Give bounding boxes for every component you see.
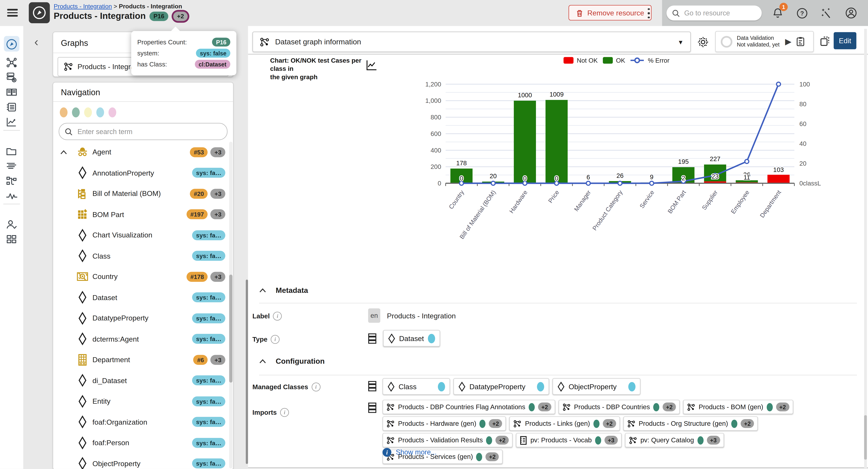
tree-item-icon [76,436,89,449]
legend-dot[interactable] [108,107,116,117]
chart-type-button[interactable] [365,59,379,72]
collapse-sidebar-button[interactable]: ‹ [31,34,42,50]
tree-item-di-dataset[interactable]: di_Datasetsys: fa… [53,370,229,391]
tree-item-entity[interactable]: Entitysys: fa… [53,391,229,412]
menu-icon[interactable] [7,9,18,17]
rail-folder-icon[interactable] [5,145,18,157]
graph-color-dot [731,419,737,428]
tree-badge: sys: fa… [192,251,225,261]
rail-book-icon[interactable] [5,86,18,98]
rail-pulse-icon[interactable] [5,189,18,201]
import-chip-products-bom-gen-[interactable]: Products - BOM (gen)+2 [683,400,793,414]
tree-badge: +3 [211,147,225,157]
svg-text:0: 0 [460,175,463,182]
rail-user-check-icon[interactable] [5,218,18,230]
tree-badge: sys: fa… [192,396,225,406]
tree-item-country[interactable]: Country#178+3 [53,267,229,287]
legend-dot[interactable] [84,107,92,117]
diamond-icon [78,436,87,449]
tree-item-dcterms-agent[interactable]: dcterms:Agentsys: fa… [53,329,229,349]
rail-compass-icon[interactable] [4,36,19,52]
kebab-menu-icon[interactable] [644,6,653,20]
copy-resource-button[interactable] [819,35,833,48]
legend-dot[interactable] [72,107,80,117]
main-scrollbar[interactable] [864,29,867,469]
info-icon[interactable]: i [271,335,280,344]
tree-item-bom-part[interactable]: BOM Part#197+3 [53,204,229,225]
metadata-scrollbar[interactable] [246,280,248,464]
svg-text:178: 178 [456,160,467,167]
tree-search-input[interactable] [76,127,211,136]
import-chip-pv-query-catalog[interactable]: pv: Query Catalog+3 [625,433,724,447]
import-chip-products-dbp-countries-flag-annotations[interactable]: Products - DBP Countries Flag Annotation… [382,400,555,414]
tree-item-annotationproperty[interactable]: AnnotationPropertysys: fa… [53,162,229,183]
rail-dashboard-icon[interactable] [5,233,18,245]
legend-item-not-ok[interactable]: Not OK [564,57,598,64]
main-scrollbar-thumb[interactable] [864,415,867,460]
tree-item-dataset[interactable]: Datasetsys: fa… [53,287,229,308]
managed-class-chip-objectproperty[interactable]: ObjectProperty [553,378,640,395]
managed-class-chip-class[interactable]: Class [382,378,450,395]
go-to-resource-input[interactable] [683,8,747,18]
rail-notebook-icon[interactable] [5,101,18,113]
notifications-button[interactable]: 1 [769,5,786,21]
settings-gear-button[interactable] [696,35,710,49]
tree-item-chart-visualization[interactable]: Chart Visualizationsys: fa… [53,225,229,245]
account-button[interactable] [842,5,859,21]
properties-count-badge[interactable]: P16 [150,11,168,21]
rail-chart-icon[interactable] [5,116,18,128]
legend-dot[interactable] [60,107,68,117]
import-chip-products-org-structure-gen-[interactable]: Products - Org Structure (gen)+2 [623,416,758,431]
tree-item-foaf-organization[interactable]: foaf:Organizationsys: fa… [53,412,229,432]
import-chip-products-validation-results[interactable]: Products - Validation Results+2 [382,433,513,447]
app-logo[interactable] [29,2,50,23]
import-chip-products-links-gen-[interactable]: Products - Links (gen)+2 [509,416,620,431]
dataset-graph-select[interactable]: Dataset graph information ▼ [252,32,691,52]
type-chip[interactable]: Dataset [383,330,440,347]
tree-scrollbar-thumb[interactable] [229,275,232,382]
top-bar: Products - Integration > Products - Inte… [0,0,868,26]
wand-button[interactable] [818,5,835,21]
legend-item--error[interactable]: % Error [630,57,670,64]
import-chip-pv-products-vocab[interactable]: pv: Products - Vocab+3 [516,433,622,447]
tree-item-agent[interactable]: Agent#53+3 [53,142,229,162]
tree-scrollbar[interactable] [229,142,232,468]
go-to-resource-search[interactable] [666,5,762,21]
more-badges-badge[interactable]: +2 [173,11,188,21]
svg-text:Hardware: Hardware [508,189,529,214]
breadcrumb-link[interactable]: Products - Integration [54,3,112,9]
show-more-link[interactable]: i Show more... [382,448,437,457]
managed-class-chip-datatypeproperty[interactable]: DatatypeProperty [453,378,549,395]
line-chart-icon [365,59,377,71]
legend-item-ok[interactable]: OK [602,57,625,64]
rail-text-lines-icon[interactable] [5,159,18,171]
tree-item-department[interactable]: Department#6+3 [53,349,229,370]
remove-resource-button[interactable]: Remove resource [568,5,651,20]
tree-item-foaf-person[interactable]: foaf:Personsys: fa… [53,432,229,453]
run-validation-button[interactable]: ▶ [785,37,792,46]
rail-pipeline-icon[interactable] [5,175,18,187]
import-chip-products-hardware-gen-[interactable]: Products - Hardware (gen)+2 [382,416,506,431]
info-icon[interactable]: i [311,382,320,392]
configuration-section-header[interactable]: Configuration [259,357,324,366]
tree-badge: +3 [211,210,225,219]
info-icon[interactable]: i [280,408,289,417]
rail-ontology-graph-icon[interactable] [5,56,18,68]
chevron-up-icon[interactable] [60,150,67,154]
tree-badge: sys: fa… [192,438,225,448]
tree-search[interactable] [59,123,227,140]
metadata-section-header[interactable]: Metadata [259,286,308,294]
rail-data-catalog-icon[interactable] [5,71,18,83]
bom-part-icon [76,208,89,220]
help-button[interactable]: ? [794,5,810,21]
label-field-value: en Products - Integration [368,308,456,323]
import-chip-products-dbp-countries[interactable]: Products - DBP Countries+2 [558,400,680,414]
legend-dot[interactable] [96,107,104,117]
tree-item-objectproperty[interactable]: ObjectPropertysys: fa… [53,453,229,469]
tree-item-datatypeproperty[interactable]: DatatypePropertysys: fa… [53,308,229,329]
edit-button[interactable]: Edit [834,32,857,49]
tree-item-class[interactable]: Classsys: fa… [53,245,229,266]
validation-report-icon[interactable] [796,37,805,46]
info-icon[interactable]: i [273,312,282,321]
tree-item-bill-of-material-bom-[interactable]: Bill of Material (BOM)#20+3 [53,183,229,204]
